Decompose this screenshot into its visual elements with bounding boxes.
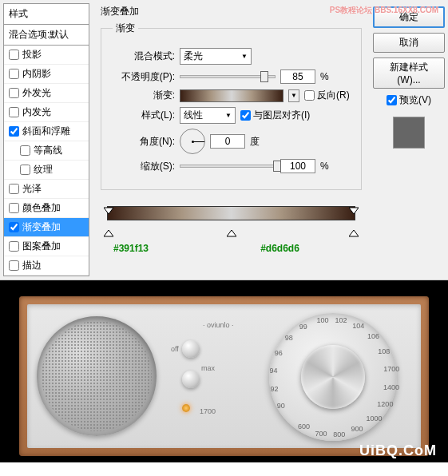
style-item-1[interactable]: 内阴影 — [4, 65, 89, 84]
cancel-button[interactable]: 取消 — [373, 33, 445, 53]
dial-number: 102 — [335, 316, 347, 324]
style-item-label: 描边 — [22, 259, 42, 272]
style-checkbox[interactable] — [9, 222, 19, 232]
dial-number: 94 — [269, 367, 277, 375]
svg-marker-4 — [349, 230, 359, 236]
angle-label: 角度(N): — [113, 135, 175, 149]
tuning-knob — [301, 345, 365, 409]
chevron-down-icon: ▼ — [241, 53, 248, 60]
radio-device: · oviunlo · off max 1700 909294969899100… — [19, 296, 429, 456]
preview-checkbox-input[interactable] — [387, 95, 397, 105]
tuning-dial: 9092949698991001021041061081700140012001… — [269, 313, 397, 441]
style-item-label: 图案叠加 — [22, 240, 61, 253]
speaker-grille — [37, 316, 157, 436]
style-checkbox[interactable] — [20, 145, 30, 156]
dial-number: 92 — [270, 385, 278, 393]
color-stop-icon[interactable] — [104, 230, 113, 240]
scale-slider[interactable] — [180, 165, 276, 168]
new-style-button[interactable]: 新建样式(W)... — [373, 58, 445, 89]
align-checkbox-input[interactable] — [240, 110, 251, 121]
style-item-4[interactable]: 斜面和浮雕 — [4, 122, 89, 141]
style-checkbox[interactable] — [9, 50, 19, 60]
gradient-dropdown-icon[interactable]: ▼ — [288, 89, 299, 102]
watermark-top: PS教程论坛 BBS.16XX8.COM — [330, 5, 438, 16]
style-checkbox[interactable] — [9, 69, 19, 79]
watermark-bottom: UiBQ.CoM — [359, 442, 437, 459]
color-stop-icon[interactable] — [227, 230, 236, 240]
style-checkbox[interactable] — [9, 241, 19, 252]
style-checkbox[interactable] — [9, 88, 19, 98]
style-item-11[interactable]: 描边 — [4, 256, 89, 276]
angle-input[interactable] — [210, 134, 245, 149]
svg-marker-2 — [104, 230, 113, 236]
blend-mode-select[interactable]: 柔光 ▼ — [180, 48, 252, 65]
align-layer-checkbox[interactable]: 与图层对齐(I) — [240, 109, 310, 122]
opacity-stop-icon[interactable] — [104, 204, 113, 214]
dial-number: 104 — [352, 322, 364, 330]
layer-style-dialog: PS教程论坛 BBS.16XX8.COM 样式 混合选项:默认 投影内阴影外发光… — [0, 0, 448, 280]
style-item-8[interactable]: 颜色叠加 — [4, 199, 89, 218]
dial-number: 96 — [275, 349, 283, 357]
opacity-input[interactable] — [280, 69, 315, 84]
style-checkbox[interactable] — [9, 184, 19, 194]
dial-number: 1400 — [383, 383, 399, 391]
style-item-5[interactable]: 等高线 — [4, 141, 89, 161]
color-hex-mid: #d6d6d6 — [260, 243, 299, 254]
reverse-checkbox-input[interactable] — [304, 90, 315, 101]
dial-number: 106 — [367, 332, 379, 340]
preview-checkbox[interactable]: 预览(V) — [387, 93, 431, 107]
max-label: max — [201, 364, 215, 372]
blend-mode-label: 混合模式: — [113, 50, 175, 63]
style-checkbox[interactable] — [20, 165, 30, 175]
dial-number: 600 — [298, 422, 310, 430]
style-list-header[interactable]: 样式 — [4, 4, 89, 25]
color-stop-icon[interactable] — [349, 230, 359, 240]
style-item-6[interactable]: 纹理 — [4, 161, 89, 180]
opacity-unit: % — [320, 71, 329, 82]
opacity-slider[interactable] — [180, 75, 276, 78]
style-item-9[interactable]: 渐变叠加 — [4, 218, 89, 237]
style-item-label: 渐变叠加 — [22, 220, 61, 234]
gradient-style-select[interactable]: 线性 ▼ — [180, 107, 236, 124]
dial-number: 108 — [378, 347, 390, 355]
blend-options-default[interactable]: 混合选项:默认 — [4, 25, 89, 46]
style-item-label: 内发光 — [22, 105, 51, 119]
power-led-icon — [182, 404, 190, 412]
gradient-overlay-panel: 渐变叠加 渐变 混合模式: 柔光 ▼ 不透明度(P): % 渐变: ▼ — [93, 0, 370, 280]
style-checkbox[interactable] — [9, 203, 19, 213]
style-item-7[interactable]: 光泽 — [4, 180, 89, 199]
gradient-preview[interactable] — [180, 89, 283, 102]
style-item-3[interactable]: 内发光 — [4, 103, 89, 122]
dial-number: 800 — [333, 430, 345, 438]
opacity-stop-icon[interactable] — [349, 204, 359, 214]
style-checkbox[interactable] — [9, 126, 19, 137]
align-label-text: 与图层对齐(I) — [253, 109, 310, 122]
style-item-10[interactable]: 图案叠加 — [4, 237, 89, 256]
panel-title: 渐变叠加 — [101, 5, 362, 18]
style-item-0[interactable]: 投影 — [4, 46, 89, 65]
result-preview: · oviunlo · off max 1700 909294969899100… — [0, 280, 448, 462]
dial-number: 900 — [351, 425, 363, 433]
dial-number: 1700 — [383, 365, 399, 373]
reverse-checkbox[interactable]: 反向(R) — [304, 89, 350, 102]
reverse-label-text: 反向(R) — [317, 89, 350, 102]
blend-mode-value: 柔光 — [184, 50, 203, 63]
control-section: · oviunlo · off max 1700 909294969899100… — [171, 316, 411, 436]
radio-face: · oviunlo · off max 1700 909294969899100… — [27, 304, 421, 448]
style-checkbox[interactable] — [9, 107, 19, 117]
angle-dial[interactable] — [180, 129, 205, 154]
chevron-down-icon: ▼ — [225, 112, 232, 119]
dial-number: 1200 — [377, 400, 393, 408]
gradient-group: 渐变 混合模式: 柔光 ▼ 不透明度(P): % 渐变: ▼ — [101, 22, 362, 190]
scale-label: 缩放(S): — [113, 160, 175, 173]
gradient-bar[interactable] — [107, 206, 355, 220]
gradient-group-legend: 渐变 — [113, 22, 138, 35]
style-item-2[interactable]: 外发光 — [4, 84, 89, 103]
color-hex-left: #391f13 — [113, 243, 149, 254]
style-checkbox[interactable] — [9, 260, 19, 271]
style-label: 样式(L): — [113, 109, 175, 122]
style-item-label: 光泽 — [22, 182, 42, 196]
svg-marker-3 — [227, 230, 236, 236]
scale-input[interactable] — [280, 159, 315, 173]
style-item-label: 斜面和浮雕 — [22, 125, 70, 138]
